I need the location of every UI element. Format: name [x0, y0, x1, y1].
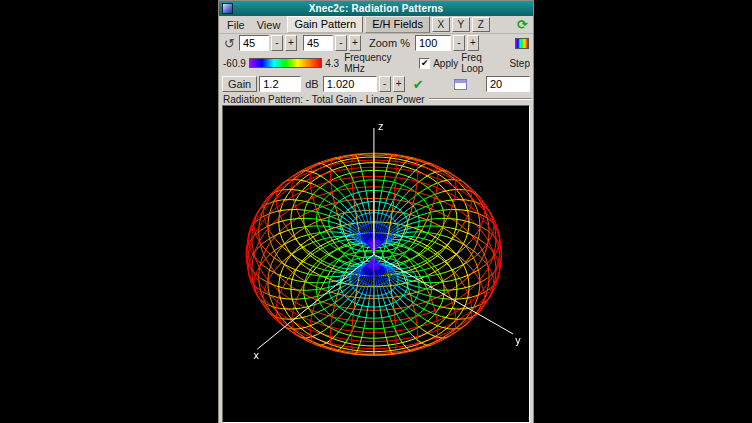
menubar: File View Gain Pattern E/H Fields X Y Z … — [219, 16, 533, 34]
rotate-decrement-button[interactable]: - — [271, 35, 283, 51]
freq-loop-label[interactable]: Freq Loop — [461, 52, 506, 74]
pattern-header-text: Radiation Pattern: - Total Gain - Linear… — [223, 94, 425, 105]
incline-spinner[interactable] — [303, 35, 333, 51]
menu-file[interactable]: File — [222, 17, 250, 33]
new-window-icon[interactable] — [454, 79, 467, 90]
apply-frequency-check-icon[interactable]: ✔ — [413, 78, 424, 91]
window-title: Xnec2c: Radiation Patterns — [236, 1, 516, 16]
colormap-icon[interactable] — [515, 38, 529, 49]
y-axis-button[interactable]: Y — [452, 17, 470, 32]
apply-label[interactable]: Apply — [433, 58, 458, 69]
tab-eh-fields[interactable]: E/H Fields — [365, 16, 430, 33]
incline-decrement-button[interactable]: - — [335, 35, 347, 51]
frequency-spinner[interactable] — [323, 76, 377, 92]
pattern-frame-header: Radiation Pattern: - Total Gain - Linear… — [219, 93, 533, 105]
frequency-label: Frequency MHz — [344, 52, 414, 74]
zoom-increment-button[interactable]: + — [467, 35, 479, 51]
desktop-background: Xnec2c: Radiation Patterns File View Gai… — [0, 0, 752, 423]
zoom-label: Zoom % — [369, 37, 410, 49]
color-scale-row: -60.9 4.3 Frequency MHz ✔ Apply Freq Loo… — [219, 52, 533, 75]
radiation-plot-area — [222, 105, 530, 423]
db-unit-label: dB — [305, 78, 318, 90]
steps-field[interactable] — [486, 76, 530, 92]
gain-button[interactable]: Gain — [222, 76, 257, 92]
freq-loop-icon[interactable]: ⟳ — [517, 18, 530, 31]
view-controls-row: ↺ - + - + Zoom % - + — [219, 34, 533, 52]
apply-checkbox[interactable]: ✔ — [419, 58, 430, 69]
tab-gain-pattern[interactable]: Gain Pattern — [287, 16, 363, 33]
titlebar[interactable]: Xnec2c: Radiation Patterns — [219, 1, 533, 16]
x-axis-button[interactable]: X — [432, 17, 450, 32]
gain-row: Gain dB - + ✔ — [219, 75, 533, 93]
zoom-decrement-button[interactable]: - — [453, 35, 465, 51]
menu-view[interactable]: View — [252, 17, 286, 33]
radiation-plot-canvas[interactable] — [223, 106, 530, 423]
scale-min-value: -60.9 — [223, 58, 246, 69]
rotate-increment-button[interactable]: + — [285, 35, 297, 51]
rotate-reset-icon[interactable]: ↺ — [222, 37, 237, 50]
pattern-header-rule — [429, 98, 532, 100]
xnec2c-radiation-patterns-window: Xnec2c: Radiation Patterns File View Gai… — [218, 0, 534, 423]
color-scale-gradient — [249, 58, 322, 68]
z-axis-button[interactable]: Z — [472, 17, 490, 32]
step-label: Step — [509, 58, 530, 69]
incline-increment-button[interactable]: + — [349, 35, 361, 51]
scale-max-value: 4.3 — [325, 58, 339, 69]
window-icon — [222, 3, 233, 14]
frequency-decrement-button[interactable]: - — [379, 76, 391, 92]
zoom-spinner[interactable] — [415, 35, 451, 51]
gain-value-field[interactable] — [259, 76, 301, 92]
frequency-increment-button[interactable]: + — [393, 76, 405, 92]
rotate-spinner[interactable] — [239, 35, 269, 51]
